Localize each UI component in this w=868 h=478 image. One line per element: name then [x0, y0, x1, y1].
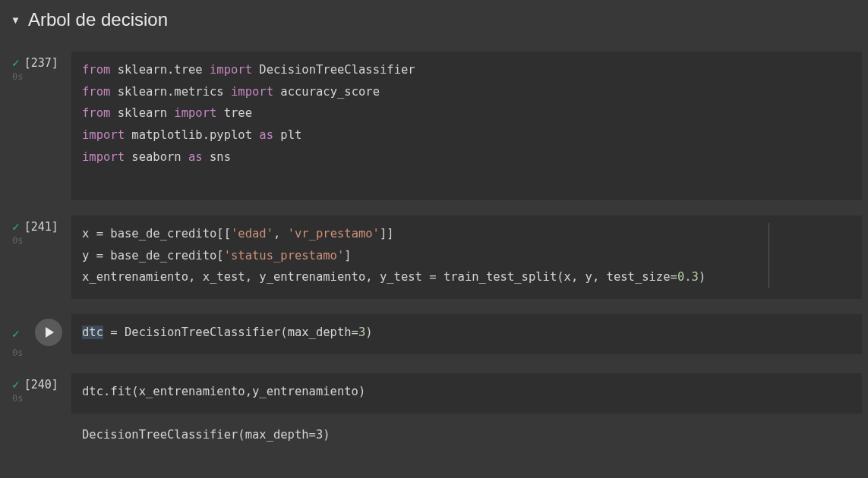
cell-body: dtc = DecisionTreeClassifier(max_depth=3… [71, 314, 862, 358]
token-plain: seaborn [131, 150, 188, 164]
token-kw: from [82, 63, 118, 77]
cell-gutter: ✓[241]0s [6, 215, 71, 299]
token-plain: tree [224, 106, 252, 120]
token-plain: dtc [82, 325, 103, 339]
token-plain: ] [344, 249, 351, 263]
code-line [82, 168, 851, 190]
check-icon: ✓ [12, 221, 20, 233]
run-cell-button[interactable] [35, 319, 62, 346]
token-plain: , [273, 227, 288, 241]
notebook-cell: ✓[237]0sfrom sklearn.tree import Decisio… [6, 52, 862, 200]
code-line: x = base_de_credito[['edad', 'vr_prestam… [82, 223, 851, 245]
code-editor[interactable]: dtc.fit(x_entrenamiento,y_entrenamiento) [71, 373, 862, 414]
token-plain: = DecisionTreeClassifier(max_depth= [103, 325, 358, 339]
code-editor[interactable]: x = base_de_credito[['edad', 'vr_prestam… [71, 215, 862, 299]
cell-gutter: ✓0s [6, 314, 71, 358]
notebook-cells-container: ✓[237]0sfrom sklearn.tree import Decisio… [0, 52, 868, 445]
code-line: import matplotlib.pyplot as plt [82, 124, 851, 146]
token-kw: import [231, 85, 280, 99]
notebook-cell: ✓0sdtc = DecisionTreeClassifier(max_dept… [6, 314, 862, 358]
code-line: dtc = DecisionTreeClassifier(max_depth=3… [82, 322, 851, 344]
cell-body: dtc.fit(x_entrenamiento,y_entrenamiento)… [71, 373, 862, 445]
section-header[interactable]: ▼ Arbol de decision [0, 0, 868, 52]
cell-body: x = base_de_credito[['edad', 'vr_prestam… [71, 215, 862, 299]
code-editor[interactable]: dtc = DecisionTreeClassifier(max_depth=3… [71, 314, 862, 354]
token-str: 'vr_prestamo' [288, 227, 380, 241]
token-kw: as [259, 128, 280, 142]
token-kw: import [210, 63, 259, 77]
token-plain: dtc.fit(x_entrenamiento,y_entrenamiento) [82, 385, 365, 398]
execution-time: 0s [6, 393, 71, 404]
token-plain: matplotlib.pyplot [131, 128, 259, 142]
cell-gutter: ✓[237]0s [6, 52, 71, 200]
execution-count: [237] [24, 56, 58, 70]
code-editor[interactable]: from sklearn.tree import DecisionTreeCla… [71, 52, 862, 200]
code-line: x_entrenamiento, x_test, y_entrenamiento… [82, 266, 851, 288]
token-plain [82, 171, 89, 185]
token-str: 'edad' [231, 227, 273, 241]
token-plain: plt [280, 128, 301, 142]
token-plain: sklearn.tree [118, 63, 210, 77]
code-line: y = base_de_credito['status_prestamo'] [82, 245, 851, 267]
token-plain: x_entrenamiento, x_test, y_entrenamiento… [82, 270, 677, 284]
code-line: import seaborn as sns [82, 146, 851, 168]
token-plain: accuracy_score [280, 85, 380, 99]
collapse-arrow-icon[interactable]: ▼ [11, 14, 21, 26]
token-num: 0.3 [677, 270, 699, 284]
cell-gutter: ✓[240]0s [6, 373, 71, 445]
token-plain: DecisionTreeClassifier [259, 63, 415, 77]
notebook-cell: ✓[240]0sdtc.fit(x_entrenamiento,y_entren… [6, 373, 862, 445]
token-plain: ]] [380, 227, 394, 241]
token-num: 3 [358, 325, 365, 339]
token-plain: sklearn [118, 106, 175, 120]
ruler-line [769, 223, 769, 288]
execution-count: [241] [24, 220, 58, 234]
token-plain: ) [699, 270, 705, 284]
notebook-cell: ✓[241]0sx = base_de_credito[['edad', 'vr… [6, 215, 862, 299]
execution-time: 0s [6, 71, 71, 82]
execution-time: 0s [6, 347, 71, 358]
token-plain: sklearn.metrics [118, 85, 231, 99]
token-str: 'status_prestamo' [224, 249, 345, 263]
token-kw: import [82, 150, 131, 164]
token-plain: sns [210, 150, 231, 164]
token-kw: from [82, 85, 118, 99]
code-line: dtc.fit(x_entrenamiento,y_entrenamiento) [82, 381, 851, 403]
execution-count: [240] [24, 378, 58, 392]
cell-output: DecisionTreeClassifier(max_depth=3) [71, 414, 862, 446]
token-kw: import [82, 128, 131, 142]
section-title: Arbol de decision [28, 9, 168, 30]
execution-time: 0s [6, 235, 71, 246]
token-kw: from [82, 106, 118, 120]
check-icon: ✓ [12, 57, 20, 69]
code-line: from sklearn import tree [82, 102, 851, 124]
check-icon: ✓ [12, 328, 20, 340]
play-icon [46, 327, 54, 338]
token-plain: y = base_de_credito[ [82, 249, 224, 263]
token-plain: ) [365, 325, 372, 339]
check-icon: ✓ [12, 379, 20, 391]
cell-body: from sklearn.tree import DecisionTreeCla… [71, 52, 862, 200]
token-kw: import [174, 106, 223, 120]
token-plain: x = base_de_credito[[ [82, 227, 231, 241]
code-line: from sklearn.metrics import accuracy_sco… [82, 81, 851, 103]
code-line: from sklearn.tree import DecisionTreeCla… [82, 59, 851, 81]
token-kw: as [188, 150, 210, 164]
